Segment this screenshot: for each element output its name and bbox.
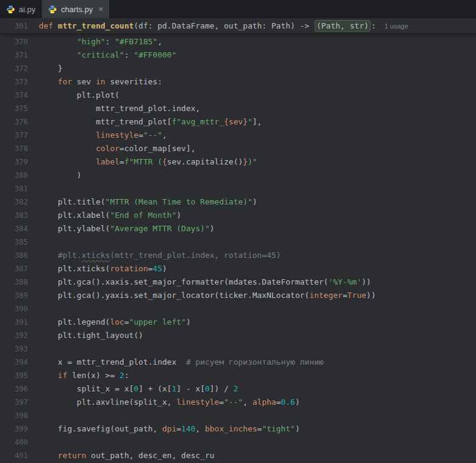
code-line[interactable]: 374 plt.plot( — [0, 89, 476, 102]
code-line[interactable]: 401 return out_path, desc_en, desc_ru — [0, 449, 476, 462]
code-line[interactable]: 397 plt.axvline(split_x, linestyle="--",… — [0, 396, 476, 409]
tab-charts-py[interactable]: charts.py × — [42, 0, 110, 18]
code-text: plt.xlabel("End of Month") — [39, 209, 181, 222]
line-number[interactable]: 389 — [0, 289, 39, 302]
sticky-code-text: def mttr_trend_count(df: pd.DataFrame, o… — [39, 21, 376, 30]
tab-label: charts.py — [61, 5, 93, 14]
code-text: x = mttr_trend_plot.index # рисуем гориз… — [39, 356, 324, 369]
code-line[interactable]: 373 for sev in severities: — [0, 75, 476, 89]
code-line[interactable]: 398 — [0, 409, 476, 422]
code-line[interactable]: 390 — [0, 302, 476, 316]
code-line[interactable]: 392 plt.tight_layout() — [0, 329, 476, 342]
line-number[interactable]: 391 — [0, 316, 39, 329]
code-line[interactable]: 372 } — [0, 62, 476, 75]
line-number[interactable]: 380 — [0, 169, 39, 182]
line-number[interactable]: 374 — [0, 89, 39, 102]
usage-inlay-hint[interactable]: 1 usage — [384, 22, 408, 30]
line-number[interactable]: 372 — [0, 62, 39, 75]
code-line[interactable]: 377 linestyle="--", — [0, 129, 476, 142]
line-number[interactable]: 401 — [0, 449, 39, 462]
code-text: linestyle="--", — [39, 129, 167, 142]
tab-ai-py[interactable]: ai.py — [0, 0, 42, 18]
code-line[interactable]: 376 mttr_trend_plot[f"avg_mttr_{sev}"], — [0, 115, 476, 129]
line-number[interactable]: 393 — [0, 342, 39, 356]
line-number[interactable]: 395 — [0, 369, 39, 382]
code-line[interactable]: 389 plt.gca().yaxis.set_major_locator(ti… — [0, 289, 476, 302]
line-number[interactable]: 390 — [0, 302, 39, 316]
line-number[interactable]: 373 — [0, 75, 39, 89]
code-text: return out_path, desc_en, desc_ru — [39, 449, 215, 462]
code-line[interactable]: 399 fig.savefig(out_path, dpi=140, bbox_… — [0, 422, 476, 436]
python-file-icon — [6, 5, 15, 14]
line-number[interactable]: 398 — [0, 409, 39, 422]
line-number[interactable]: 399 — [0, 422, 39, 436]
code-text: "critical": "#FF0000" — [39, 49, 176, 62]
code-line[interactable]: 384 plt.ylabel("Average MTTR (Days)") — [0, 222, 476, 235]
code-line[interactable]: 395 if len(x) >= 2: — [0, 369, 476, 382]
editor-tab-bar: ai.py charts.py × — [0, 0, 476, 18]
code-line[interactable]: 385 — [0, 235, 476, 249]
python-file-icon — [48, 5, 57, 14]
line-number[interactable]: 397 — [0, 396, 39, 409]
code-line[interactable]: 388 plt.gca().xaxis.set_major_formatter(… — [0, 275, 476, 289]
sticky-function-header[interactable]: 301 def mttr_trend_count(df: pd.DataFram… — [0, 18, 476, 34]
line-number[interactable]: 381 — [0, 182, 39, 195]
code-text: if len(x) >= 2: — [39, 369, 129, 382]
line-number[interactable]: 386 — [0, 249, 39, 262]
code-text: plt.axvline(split_x, linestyle="--", alp… — [39, 396, 300, 409]
line-number[interactable]: 388 — [0, 275, 39, 289]
line-number[interactable]: 378 — [0, 142, 39, 155]
line-number[interactable]: 371 — [0, 49, 39, 62]
line-number[interactable]: 379 — [0, 155, 39, 169]
code-line[interactable]: 382 plt.title("MTTR (Mean Time to Remedi… — [0, 195, 476, 209]
line-number[interactable]: 301 — [0, 18, 39, 34]
code-text: plt.ylabel("Average MTTR (Days)") — [39, 222, 215, 235]
code-text: for sev in severities: — [39, 75, 163, 89]
code-line[interactable]: 386 #plt.xticks(mttr_trend_plot.index, r… — [0, 249, 476, 262]
code-editor[interactable]: 370 "high": "#FB7185",371 "critical": "#… — [0, 34, 476, 463]
line-number[interactable]: 396 — [0, 382, 39, 396]
code-text: plt.xticks(rotation=45) — [39, 262, 167, 275]
code-text: mttr_trend_plot[f"avg_mttr_{sev}"], — [39, 115, 262, 129]
ide-window: ai.py charts.py × 301 def mttr_trend_cou… — [0, 0, 476, 463]
code-text: split_x = x[0] + (x[1] - x[0]) / 2 — [39, 382, 238, 396]
code-line[interactable]: 378 color=color_map[sev], — [0, 142, 476, 155]
close-tab-icon[interactable]: × — [98, 5, 103, 13]
code-text: plt.title("MTTR (Mean Time to Remediate)… — [39, 195, 257, 209]
code-line[interactable]: 370 "high": "#FB7185", — [0, 35, 476, 49]
code-line[interactable]: 375 mttr_trend_plot.index, — [0, 102, 476, 115]
code-text: plt.gca().yaxis.set_major_locator(ticker… — [39, 289, 376, 302]
tab-label: ai.py — [19, 5, 35, 14]
code-text: ) — [39, 169, 81, 182]
code-text: plt.tight_layout() — [39, 329, 143, 342]
code-text: plt.legend(loc="upper left") — [39, 316, 190, 329]
line-number[interactable]: 387 — [0, 262, 39, 275]
line-number[interactable]: 400 — [0, 436, 39, 449]
code-line[interactable]: 387 plt.xticks(rotation=45) — [0, 262, 476, 275]
code-line[interactable]: 393 — [0, 342, 476, 356]
code-line[interactable]: 396 split_x = x[0] + (x[1] - x[0]) / 2 — [0, 382, 476, 396]
code-text: } — [39, 62, 62, 75]
line-number[interactable]: 392 — [0, 329, 39, 342]
code-line[interactable]: 400 — [0, 436, 476, 449]
line-number[interactable]: 383 — [0, 209, 39, 222]
code-line[interactable]: 383 plt.xlabel("End of Month") — [0, 209, 476, 222]
line-number[interactable]: 376 — [0, 115, 39, 129]
code-line[interactable]: 371 "critical": "#FF0000" — [0, 49, 476, 62]
line-number[interactable]: 375 — [0, 102, 39, 115]
line-number[interactable]: 370 — [0, 35, 39, 49]
code-line[interactable]: 380 ) — [0, 169, 476, 182]
code-line[interactable]: 379 label=f"MTTR ({sev.capitalize()})" — [0, 155, 476, 169]
code-text: "high": "#FB7185", — [39, 35, 163, 49]
line-number[interactable]: 377 — [0, 129, 39, 142]
code-text: fig.savefig(out_path, dpi=140, bbox_inch… — [39, 422, 300, 436]
line-number[interactable]: 385 — [0, 235, 39, 249]
line-number[interactable]: 384 — [0, 222, 39, 235]
code-text: plt.plot( — [39, 89, 119, 102]
code-line[interactable]: 394 x = mttr_trend_plot.index # рисуем г… — [0, 356, 476, 369]
line-number[interactable]: 394 — [0, 356, 39, 369]
code-line[interactable]: 381 — [0, 182, 476, 195]
code-text: color=color_map[sev], — [39, 142, 195, 155]
code-line[interactable]: 391 plt.legend(loc="upper left") — [0, 316, 476, 329]
line-number[interactable]: 382 — [0, 195, 39, 209]
